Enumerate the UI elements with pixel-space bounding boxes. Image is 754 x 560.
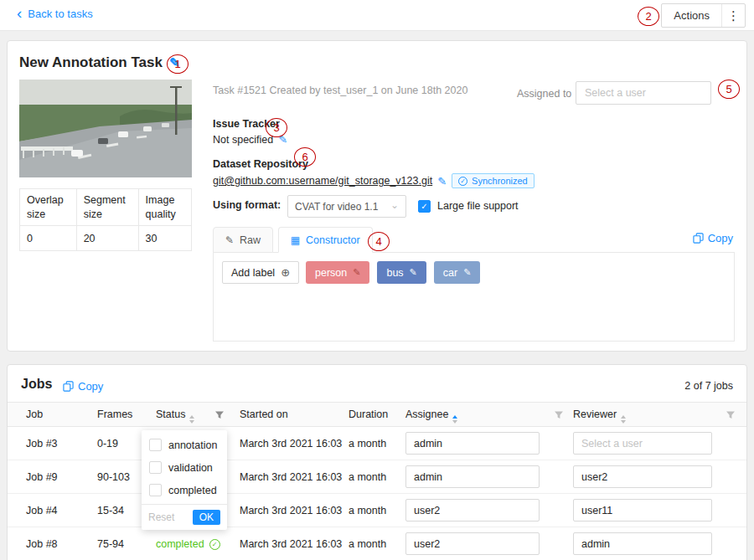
filter-footer: Reset OK xyxy=(142,504,227,530)
sort-icon[interactable] xyxy=(189,415,194,424)
completed-checkbox[interactable] xyxy=(149,484,162,496)
assigned-to-input[interactable] xyxy=(576,81,711,105)
issue-tracker-value: Not specified xyxy=(213,134,273,146)
chevron-down-icon: ⌄ xyxy=(390,199,399,211)
assignee-select[interactable] xyxy=(405,465,540,488)
large-file-support-checkbox[interactable]: ✓ xyxy=(418,200,431,213)
column-job[interactable]: Job xyxy=(26,408,43,420)
job-link[interactable]: Job #3 xyxy=(26,438,58,450)
frames-value: 90-103 xyxy=(97,471,130,483)
frames-value: 75-94 xyxy=(97,538,124,550)
actions-button[interactable]: Actions ⋮ xyxy=(661,3,746,28)
filter-option-validation[interactable]: validation xyxy=(142,456,227,479)
copy-icon xyxy=(693,233,704,244)
duration-value: a month xyxy=(349,438,386,450)
sort-icon[interactable] xyxy=(452,415,457,424)
assignee-select[interactable] xyxy=(405,432,540,455)
task-parameters-table: Overlap size Segment size Image quality … xyxy=(19,188,192,251)
column-assignee-label: Assignee xyxy=(405,408,448,420)
jobs-title: Jobs xyxy=(21,377,52,392)
edit-label-icon[interactable]: ✎ xyxy=(353,267,360,278)
image-quality-header: Image quality xyxy=(138,189,191,226)
constructor-icon: ▦ xyxy=(291,234,300,246)
format-selected-value: CVAT for video 1.1 xyxy=(295,201,378,213)
reviewer-select[interactable] xyxy=(573,432,712,455)
back-to-tasks-label: Back to tasks xyxy=(28,8,92,20)
sync-check-icon: ✓ xyxy=(458,177,467,186)
annotation-checkbox[interactable] xyxy=(149,439,162,451)
label-chip-person[interactable]: person ✎ xyxy=(306,261,369,284)
annotation-circle-1: 1 xyxy=(167,54,188,74)
assignee-select[interactable] xyxy=(405,532,540,555)
column-duration[interactable]: Duration xyxy=(349,408,388,420)
started-on-value: March 3rd 2021 16:03 xyxy=(240,505,342,516)
label-chip-bus[interactable]: bus ✎ xyxy=(377,261,426,284)
reviewer-filter-icon[interactable] xyxy=(726,410,736,423)
copy-jobs-link[interactable]: Copy xyxy=(63,380,103,393)
tab-constructor[interactable]: ▦ Constructor xyxy=(278,227,373,253)
copy-labels-label: Copy xyxy=(708,232,733,244)
dataset-repository-url[interactable]: git@github.com:username/git_storage_v123… xyxy=(213,175,432,187)
reviewer-select[interactable] xyxy=(573,465,712,488)
copy-labels-link[interactable]: Copy xyxy=(693,232,733,244)
filter-reset-button[interactable]: Reset xyxy=(148,511,174,523)
annotation-circle-6: 6 xyxy=(294,147,316,167)
overlap-size-value: 0 xyxy=(20,226,77,251)
started-on-value: March 3rd 2021 16:03 xyxy=(240,538,342,550)
status-filter-icon[interactable] xyxy=(214,410,225,423)
annotation-option-label: annotation xyxy=(168,439,217,451)
column-status[interactable]: Status xyxy=(156,408,194,424)
edit-label-icon[interactable]: ✎ xyxy=(410,267,417,278)
tab-raw-label: Raw xyxy=(240,234,261,246)
task-preview-image xyxy=(19,80,192,177)
filter-option-annotation[interactable]: annotation xyxy=(142,434,227,456)
assigned-to-label: Assigned to xyxy=(517,88,571,100)
duration-value: a month xyxy=(349,471,386,483)
table-row: Job #9 90-103 March 3rd 2021 16:03 a mon… xyxy=(8,460,746,494)
label-chip-car[interactable]: car ✎ xyxy=(434,261,481,284)
job-link[interactable]: Job #4 xyxy=(26,505,58,516)
annotation-circle-4: 4 xyxy=(368,232,390,251)
assignee-filter-icon[interactable] xyxy=(554,410,564,423)
assignee-select[interactable] xyxy=(405,499,540,521)
reviewer-select[interactable] xyxy=(573,532,712,555)
status-filter-dropdown: annotation validation completed Reset OK xyxy=(142,430,227,530)
edit-repository-icon[interactable]: ✎ xyxy=(437,175,447,188)
task-meta-text: Task #1521 Created by test_user_1 on Jun… xyxy=(213,85,467,96)
dataset-repository-row: git@github.com:username/git_storage_v123… xyxy=(213,173,535,188)
task-details-card: New Annotation Task✎ xyxy=(7,40,747,352)
filter-ok-button[interactable]: OK xyxy=(193,510,220,525)
validation-checkbox[interactable] xyxy=(149,461,162,474)
label-constructor-area: Add label ⊕ person ✎ bus ✎ car ✎ xyxy=(213,253,735,342)
plus-circle-icon: ⊕ xyxy=(281,266,290,279)
task-title: New Annotation Task✎ xyxy=(19,54,180,71)
reviewer-select[interactable] xyxy=(573,499,712,521)
jobs-table-header: Job Frames Status Started on Duration As… xyxy=(8,402,746,427)
copy-jobs-label: Copy xyxy=(78,380,103,393)
format-select[interactable]: CVAT for video 1.1 ⌄ xyxy=(287,195,406,218)
column-assignee[interactable]: Assignee xyxy=(405,408,457,424)
column-started-on[interactable]: Started on xyxy=(240,408,288,420)
status-completed-text: completed xyxy=(156,538,204,550)
job-link[interactable]: Job #8 xyxy=(26,538,58,550)
table-row: Job #4 15-34 March 3rd 2021 16:03 a mont… xyxy=(8,494,746,527)
column-reviewer[interactable]: Reviewer xyxy=(573,408,626,424)
sort-icon[interactable] xyxy=(621,415,626,424)
synchronized-label: Synchronized xyxy=(472,176,528,186)
add-label-button[interactable]: Add label ⊕ xyxy=(222,261,299,284)
check-icon: ✓ xyxy=(421,202,427,211)
copy-icon xyxy=(63,381,74,392)
segment-size-value: 20 xyxy=(76,226,138,251)
edit-label-icon[interactable]: ✎ xyxy=(463,267,471,278)
synchronized-badge[interactable]: ✓ Synchronized xyxy=(452,173,535,188)
column-frames[interactable]: Frames xyxy=(97,408,132,420)
back-to-tasks-link[interactable]: ‹ Back to tasks xyxy=(17,8,93,20)
jobs-count: 2 of 7 jobs xyxy=(684,380,733,392)
image-quality-value: 30 xyxy=(138,226,191,251)
label-chip-person-name: person xyxy=(315,267,347,279)
more-vertical-icon[interactable]: ⋮ xyxy=(721,4,745,27)
job-link[interactable]: Job #9 xyxy=(26,471,58,483)
tab-raw[interactable]: ✎ Raw xyxy=(213,227,273,253)
filter-option-completed[interactable]: completed xyxy=(142,479,227,501)
completed-option-label: completed xyxy=(168,485,217,496)
